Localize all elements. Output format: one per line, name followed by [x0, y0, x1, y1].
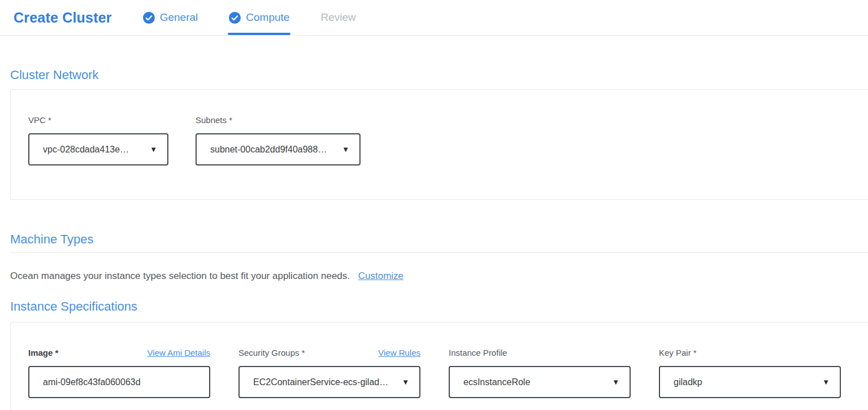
security-groups-field: Security Groups * View Rules EC2Containe… [238, 348, 420, 398]
cluster-network-card: VPC * vpc-028cdada413e… ▼ Subnets * subn… [10, 89, 868, 200]
image-input[interactable] [28, 366, 210, 398]
image-field: Image * View Ami Details [28, 348, 210, 398]
key-pair-field: Key Pair * giladkp ▼ [659, 348, 841, 398]
machine-types-heading: Machine Types [10, 232, 868, 247]
subnets-select[interactable]: subnet-00cab2dd9f40a988… ▼ [196, 133, 361, 165]
chevron-down-icon: ▼ [150, 145, 157, 154]
instance-profile-label: Instance Profile [449, 348, 507, 357]
subnets-selected-value: subnet-00cab2dd9f40a988… [210, 145, 336, 155]
tab-compute[interactable]: Compute [229, 0, 289, 35]
security-groups-label: Security Groups * [238, 348, 305, 357]
vpc-select[interactable]: vpc-028cdada413e… ▼ [28, 133, 168, 165]
key-pair-label: Key Pair * [659, 348, 697, 357]
key-pair-select[interactable]: giladkp ▼ [659, 366, 841, 398]
customize-link[interactable]: Customize [358, 271, 403, 281]
vpc-selected-value: vpc-028cdada413e… [43, 145, 144, 155]
machine-types-description-text: Ocean manages your instance types select… [10, 271, 350, 281]
chevron-down-icon: ▼ [342, 145, 349, 154]
instance-profile-selected-value: ecsInstanceRole [463, 377, 606, 387]
tab-general-label: General [160, 11, 198, 24]
key-pair-selected-value: giladkp [674, 377, 817, 387]
instance-specifications-card: Image * View Ami Details Security Groups… [10, 322, 868, 410]
tab-general[interactable]: General [143, 0, 198, 35]
chevron-down-icon: ▼ [612, 378, 619, 386]
cluster-network-heading: Cluster Network [10, 68, 868, 82]
tab-compute-label: Compute [246, 11, 289, 24]
vpc-field: VPC * vpc-028cdada413e… ▼ [28, 115, 168, 165]
check-circle-icon [143, 12, 155, 24]
chevron-down-icon: ▼ [402, 378, 409, 386]
security-groups-selected-value: EC2ContainerService-ecs-gilad… [253, 377, 396, 387]
view-rules-link[interactable]: View Rules [378, 348, 420, 357]
view-ami-details-link[interactable]: View Ami Details [147, 348, 210, 357]
check-circle-icon [229, 12, 241, 24]
vpc-label: VPC * [28, 115, 51, 125]
image-label: Image * [28, 348, 58, 357]
active-tab-underline [228, 33, 290, 35]
machine-types-description: Ocean manages your instance types select… [10, 271, 868, 282]
machine-types-divider [10, 252, 868, 253]
chevron-down-icon: ▼ [822, 378, 830, 386]
instance-profile-field: Instance Profile ecsInstanceRole ▼ [449, 348, 631, 398]
instance-specifications-heading: Instance Specifications [10, 299, 868, 314]
page-title: Create Cluster [14, 10, 112, 26]
security-groups-select[interactable]: EC2ContainerService-ecs-gilad… ▼ [238, 366, 420, 398]
subnets-field: Subnets * subnet-00cab2dd9f40a988… ▼ [196, 115, 361, 165]
tab-review[interactable]: Review [320, 0, 355, 35]
subnets-label: Subnets * [196, 115, 232, 125]
wizard-header: Create Cluster General Compute Review [0, 0, 868, 36]
instance-profile-select[interactable]: ecsInstanceRole ▼ [449, 366, 631, 398]
tab-review-label: Review [320, 11, 355, 24]
